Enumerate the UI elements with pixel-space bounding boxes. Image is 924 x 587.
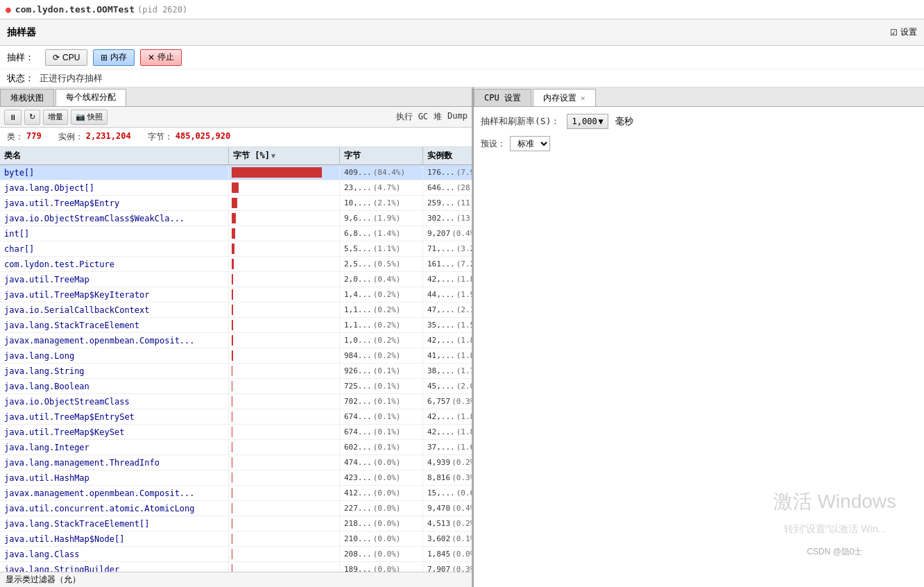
bytes-pct: (0.1%) bbox=[373, 382, 401, 391]
bytes-value: 423... bbox=[344, 473, 372, 482]
table-row[interactable]: java.lang.StackTraceElement[]218... (0.0… bbox=[0, 516, 472, 531]
instances-pct: (2.1%) bbox=[456, 305, 472, 314]
table-row[interactable]: java.lang.Long984... (0.2%)41,... (1.8%) bbox=[0, 348, 472, 364]
stop-button[interactable]: ✕ 停止 bbox=[140, 49, 182, 66]
table-row[interactable]: byte[]409... (84.4%)176... (7.9%) bbox=[0, 165, 472, 180]
class-name-text: java.io.ObjectStreamClass$WeakCla... bbox=[4, 214, 185, 223]
instances-cell: 42,... (1.8%) bbox=[423, 425, 472, 439]
instances-pct: (0.1%) bbox=[452, 534, 472, 543]
bytes-pct: (0.1%) bbox=[373, 443, 401, 452]
refresh-button[interactable]: ↻ bbox=[24, 110, 40, 125]
bytes-value: 23,... bbox=[344, 183, 372, 192]
bytes-pct: (0.1%) bbox=[373, 412, 401, 421]
delta-button[interactable]: 增量 bbox=[43, 110, 68, 125]
table-row[interactable]: com.lydon.test.Picture2,5... (0.5%)161..… bbox=[0, 257, 472, 272]
snapshot-button[interactable]: 📷 快照 bbox=[71, 110, 108, 125]
table-row[interactable]: java.lang.String926... (0.1%)38,... (1.7… bbox=[0, 364, 472, 379]
table-row[interactable]: java.util.concurrent.atomic.AtomicLong22… bbox=[0, 501, 472, 516]
table-row[interactable]: javax.management.openmbean.Composit...1,… bbox=[0, 333, 472, 348]
sampler-header: 抽样器 ☑ 设置 bbox=[0, 19, 924, 46]
class-name-cell: com.lydon.test.Picture bbox=[0, 257, 229, 271]
table-row[interactable]: java.util.TreeMap$Entry10,... (2.1%)259.… bbox=[0, 196, 472, 211]
col-class-name[interactable]: 类名 bbox=[0, 147, 229, 164]
instances-pct: (1.8%) bbox=[456, 412, 472, 421]
table-row[interactable]: java.io.SerialCallbackContext1,1... (0.2… bbox=[0, 303, 472, 318]
cpu-icon: ⟳ bbox=[53, 53, 60, 62]
table-row[interactable]: java.lang.Integer602... (0.1%)37,... (1.… bbox=[0, 440, 472, 455]
status-value: 正进行内存抽样 bbox=[40, 72, 103, 85]
class-name-text: java.io.ObjectStreamClass bbox=[4, 397, 130, 407]
tab-close-icon[interactable]: ✕ bbox=[581, 94, 585, 103]
instances-cell: 302... (13.5%) bbox=[423, 211, 472, 226]
table-row[interactable]: java.lang.Object[]23,... (4.7%)646... (2… bbox=[0, 180, 472, 196]
bytes-pct: (0.0%) bbox=[373, 565, 401, 572]
class-name-cell: java.lang.StackTraceElement bbox=[0, 318, 229, 332]
table-row[interactable]: java.util.TreeMap$KeyIterator1,4... (0.2… bbox=[0, 287, 472, 303]
table-row[interactable]: java.io.ObjectStreamClass$WeakCla...9,6.… bbox=[0, 211, 472, 226]
instances-cell: 259... (11.6%) bbox=[423, 196, 472, 210]
bytes-cell: 23,... (4.7%) bbox=[340, 180, 423, 195]
table-row[interactable]: java.lang.Boolean725... (0.1%)45,... (2.… bbox=[0, 379, 472, 394]
refresh-rate-dropdown[interactable]: 1,000 ▼ bbox=[567, 114, 608, 129]
bytes-bar bbox=[232, 228, 235, 239]
table-row[interactable]: java.util.TreeMap2,0... (0.4%)42,... (1.… bbox=[0, 272, 472, 287]
tab-cpu-settings[interactable]: CPU 设置 bbox=[474, 89, 531, 106]
instances-value: 41,... bbox=[427, 351, 455, 360]
class-name-text: java.lang.StackTraceElement[] bbox=[4, 519, 150, 529]
bytes-cell: 474... (0.0%) bbox=[340, 455, 423, 470]
table-row[interactable]: java.lang.management.ThreadInfo474... (0… bbox=[0, 455, 472, 470]
pid-text: (pid 2620) bbox=[137, 5, 187, 15]
class-name-text: javax.management.openmbean.Composit... bbox=[4, 336, 195, 346]
settings-button[interactable]: ☑ 设置 bbox=[890, 26, 917, 38]
instances-cell: 3,602 (0.1%) bbox=[423, 531, 472, 546]
delta-label: 增量 bbox=[48, 112, 63, 122]
memory-button[interactable]: ⊞ 内存 bbox=[93, 49, 135, 66]
table-row[interactable]: java.util.TreeMap$KeySet674... (0.1%)42,… bbox=[0, 425, 472, 440]
instances-cell: 35,... (1.5%) bbox=[423, 318, 472, 332]
table-row[interactable]: java.util.HashMap$Node[]210... (0.0%)3,6… bbox=[0, 531, 472, 547]
table-row[interactable]: java.lang.StackTraceElement1,1... (0.2%)… bbox=[0, 318, 472, 333]
bytes-value: 6,8... bbox=[344, 229, 372, 238]
bytes-bar bbox=[232, 473, 232, 483]
class-name-cell: char[] bbox=[0, 241, 229, 256]
class-name-text: java.util.TreeMap bbox=[4, 275, 89, 284]
table-header: 类名 字节 [%] ▼ 字节 实例数 bbox=[0, 147, 472, 165]
bytes-bar bbox=[232, 350, 233, 361]
instances-cell: 44,... (1.9%) bbox=[423, 287, 472, 302]
class-name-text: com.lydon.test.Picture bbox=[4, 260, 114, 269]
instances-value: 44,... bbox=[427, 290, 455, 299]
bytes-bar bbox=[232, 320, 233, 330]
bytes-cell: 602... (0.1%) bbox=[340, 440, 423, 454]
preset-select[interactable]: 标准 bbox=[510, 136, 550, 151]
bytes-bar-cell bbox=[229, 287, 340, 302]
pause-button[interactable]: ⏸ bbox=[4, 110, 22, 125]
app-icon: ● bbox=[6, 4, 11, 15]
bytes-cell: 9,6... (1.9%) bbox=[340, 211, 423, 226]
table-row[interactable]: java.lang.StringBuilder189... (0.0%)7,90… bbox=[0, 562, 472, 572]
table-row[interactable]: java.io.ObjectStreamClass702... (0.1%)6,… bbox=[0, 394, 472, 409]
instances-cell: 7,907 (0.3%) bbox=[423, 562, 472, 572]
tab-heap-chart[interactable]: 堆栈状图 bbox=[0, 89, 54, 106]
bytes-value: 2,0... bbox=[344, 275, 372, 284]
instances-pct: (7.2%) bbox=[456, 260, 472, 269]
col-bytes-pct[interactable]: 字节 [%] ▼ bbox=[229, 147, 340, 164]
table-row[interactable]: int[]6,8... (1.4%)9,207 (0.4%) bbox=[0, 226, 472, 241]
table-row[interactable]: java.lang.Class208... (0.0%)1,845 (0.0%) bbox=[0, 547, 472, 562]
table-row[interactable]: java.util.TreeMap$EntrySet674... (0.1%)4… bbox=[0, 409, 472, 425]
table-row[interactable]: char[]5,5... (1.1%)71,... (3.2%) bbox=[0, 241, 472, 257]
bytes-bar bbox=[232, 366, 232, 376]
table-row[interactable]: java.util.HashMap423... (0.0%)8,816 (0.3… bbox=[0, 470, 472, 486]
col-instances[interactable]: 实例数 bbox=[423, 147, 473, 164]
col-bytes[interactable]: 字节 bbox=[340, 147, 423, 164]
tab-thread-alloc[interactable]: 每个线程分配 bbox=[55, 89, 126, 106]
table-row[interactable]: javax.management.openmbean.Composit...41… bbox=[0, 486, 472, 501]
bytes-value: 189... bbox=[344, 565, 372, 572]
tab-memory-settings[interactable]: 内存设置 ✕ bbox=[533, 89, 596, 106]
toolbar-right: 执行 GC 堆 Dump bbox=[396, 111, 468, 123]
gc-label: 执行 GC bbox=[396, 111, 428, 123]
bytes-value: 1,0... bbox=[344, 336, 372, 345]
instances-value: 47,... bbox=[427, 305, 455, 314]
instances-pct: (0.4%) bbox=[452, 504, 472, 513]
cpu-button[interactable]: ⟳ CPU bbox=[45, 49, 87, 66]
bytes-pct: (0.2%) bbox=[373, 290, 401, 299]
